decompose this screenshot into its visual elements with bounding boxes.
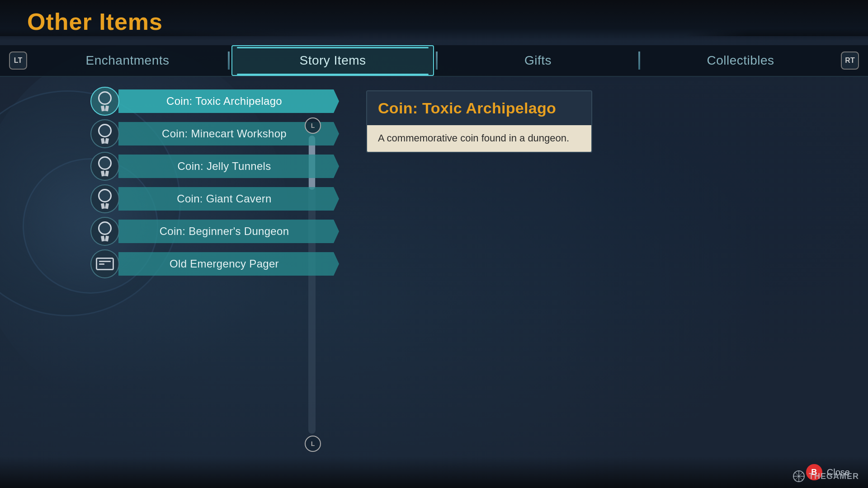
item-icon-coin-jelly xyxy=(90,152,119,181)
item-label-coin-giant: Coin: Giant Cavern xyxy=(118,187,339,211)
list-item[interactable]: Old Emergency Pager xyxy=(90,249,339,279)
tab-story-items[interactable]: Story Items xyxy=(231,45,434,76)
item-icon-coin-toxic xyxy=(90,87,119,116)
item-icon-old-pager xyxy=(90,249,119,278)
bottom-bar: B Close xyxy=(0,456,868,488)
detail-title: Coin: Toxic Archipelago xyxy=(367,91,591,125)
list-item[interactable]: Coin: Beginner's Dungeon xyxy=(90,216,339,247)
main-content: L Coin: Toxic Archipelago Coin xyxy=(0,77,868,488)
medal-icon xyxy=(96,156,113,176)
medal-icon xyxy=(96,189,113,209)
item-label-coin-jelly: Coin: Jelly Tunnels xyxy=(118,155,339,178)
scroll-indicator-bottom: L xyxy=(305,436,321,452)
medal-icon xyxy=(96,91,113,111)
scroll-indicator-top: L xyxy=(305,117,321,134)
left-trigger-button[interactable]: LT xyxy=(9,52,27,70)
item-label-coin-beginner: Coin: Beginner's Dungeon xyxy=(118,220,339,243)
pager-icon xyxy=(96,258,114,270)
watermark: THEGAMER xyxy=(793,470,859,483)
medal-icon xyxy=(96,124,113,144)
tab-bar: LT Enchantments Story Items Gifts Collec… xyxy=(0,45,868,77)
tab-divider-1 xyxy=(228,52,230,70)
item-icon-coin-beginner xyxy=(90,217,119,246)
list-item[interactable]: Coin: Minecart Workshop xyxy=(90,118,339,149)
right-trigger-button[interactable]: RT xyxy=(841,52,859,70)
list-item[interactable]: Coin: Toxic Archipelago xyxy=(90,86,339,117)
detail-panel: Coin: Toxic Archipelago A commemorative … xyxy=(339,77,868,488)
watermark-icon xyxy=(793,470,805,483)
list-item[interactable]: Coin: Giant Cavern xyxy=(90,183,339,214)
page-title: Other Items xyxy=(27,8,163,35)
item-list-panel: L Coin: Toxic Archipelago Coin xyxy=(0,77,339,488)
watermark-text: THEGAMER xyxy=(809,472,859,481)
detail-description: A commemorative coin found in a dungeon. xyxy=(367,125,591,152)
medal-icon xyxy=(96,221,113,241)
list-item[interactable]: Coin: Jelly Tunnels xyxy=(90,151,339,182)
tab-enchantments[interactable]: Enchantments xyxy=(27,45,228,76)
item-icon-coin-giant xyxy=(90,184,119,213)
item-label-old-pager: Old Emergency Pager xyxy=(118,252,339,276)
tab-gifts[interactable]: Gifts xyxy=(438,45,638,76)
detail-card: Coin: Toxic Archipelago A commemorative … xyxy=(366,90,592,153)
item-label-coin-toxic: Coin: Toxic Archipelago xyxy=(118,89,339,113)
tab-collectibles[interactable]: Collectibles xyxy=(640,45,841,76)
item-icon-coin-minecart xyxy=(90,119,119,148)
